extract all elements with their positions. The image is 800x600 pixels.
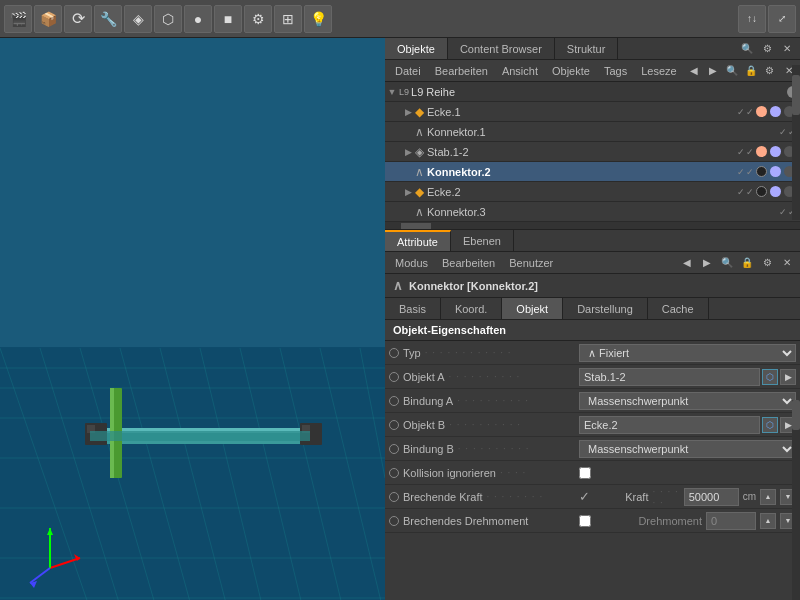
toolbar-fullscreen-icon[interactable]: ⤢ xyxy=(768,5,796,33)
nav-left-icon[interactable]: ◀ xyxy=(685,62,703,80)
obj-row-konnektor3[interactable]: ∧ Konnektor.3 ✓ ✓ xyxy=(385,202,800,222)
brechende-kraft-check: ✓ xyxy=(579,489,590,504)
drehmoment-input[interactable] xyxy=(706,512,756,530)
obj-row-konnektor1[interactable]: ∧ Konnektor.1 ✓ ✓ xyxy=(385,122,800,142)
bindung-b-select[interactable]: Massenschwerpunkt xyxy=(579,440,796,458)
search-icon[interactable]: 🔍 xyxy=(738,40,756,58)
lock-icon[interactable]: 🔒 xyxy=(742,62,760,80)
objekt-a-radio[interactable] xyxy=(389,372,399,382)
toolbar-circle-icon[interactable]: ● xyxy=(184,5,212,33)
nav-right-icon[interactable]: ▶ xyxy=(704,62,722,80)
menu-datei[interactable]: Datei xyxy=(389,63,427,79)
drehmoment-up-icon[interactable]: ▲ xyxy=(760,513,776,529)
tab-struktur[interactable]: Struktur xyxy=(555,38,619,59)
bindung-b-radio[interactable] xyxy=(389,444,399,454)
bindung-a-select[interactable]: Massenschwerpunkt xyxy=(579,392,796,410)
attr-header-title: Konnektor [Konnektor.2] xyxy=(409,280,538,292)
menu-tags[interactable]: Tags xyxy=(598,63,633,79)
objekt-a-arrow-icon[interactable]: ▶ xyxy=(780,369,796,385)
toolbar-square-icon[interactable]: ■ xyxy=(214,5,242,33)
object-list-scrollbar[interactable] xyxy=(792,65,800,220)
attr-menu-benutzer[interactable]: Benutzer xyxy=(503,255,559,271)
brechende-kraft-radio[interactable] xyxy=(389,492,399,502)
viewport-grid-svg xyxy=(0,38,385,600)
kraft-up-icon[interactable]: ▲ xyxy=(760,489,776,505)
attr-settings-icon[interactable]: ⚙ xyxy=(758,254,776,272)
tab-ebenen[interactable]: Ebenen xyxy=(451,230,514,251)
panel-top-tabs: Objekte Content Browser Struktur 🔍 ⚙ ✕ xyxy=(385,38,800,60)
ecke1-icon: ◆ xyxy=(415,105,424,119)
attr-menu-bearbeiten[interactable]: Bearbeiten xyxy=(436,255,501,271)
drehmoment-label: Drehmoment xyxy=(638,515,702,527)
typ-radio[interactable] xyxy=(389,348,399,358)
panel-close-icon[interactable]: ✕ xyxy=(778,40,796,58)
bindung-a-radio[interactable] xyxy=(389,396,399,406)
attr-menu-bar: Modus Bearbeiten Benutzer ◀ ▶ 🔍 🔒 ⚙ ✕ xyxy=(385,252,800,274)
obj-list-scroll-indicator xyxy=(385,222,800,230)
menu-ansicht[interactable]: Ansicht xyxy=(496,63,544,79)
obj-row-reihe[interactable]: ▼ L9 L9 Reihe xyxy=(385,82,800,102)
viewport-3d[interactable] xyxy=(0,38,385,600)
panel-settings-icon[interactable]: ⚙ xyxy=(758,40,776,58)
svg-rect-27 xyxy=(90,431,310,441)
toolbar-hex-icon[interactable]: ⬡ xyxy=(154,5,182,33)
obj-row-ecke2[interactable]: ▶ ◆ Ecke.2 ✓ ✓ xyxy=(385,182,800,202)
attr-nav-left-icon[interactable]: ◀ xyxy=(678,254,696,272)
subtab-basis[interactable]: Basis xyxy=(385,298,441,319)
menu-leseze[interactable]: Leseze xyxy=(635,63,682,79)
attr-row-objekt-b: Objekt B · · · · · · · · · · Ecke.2 ⬡ ▶ xyxy=(385,413,800,437)
attr-menu-modus[interactable]: Modus xyxy=(389,255,434,271)
toolbar-cube-icon[interactable]: 📦 xyxy=(34,5,62,33)
menu-objekte[interactable]: Objekte xyxy=(546,63,596,79)
drehmoment-checkbox[interactable] xyxy=(579,515,591,527)
obj-row-ecke1[interactable]: ▶ ◆ Ecke.1 ✓ ✓ xyxy=(385,102,800,122)
attr-main-tabs: Attribute Ebenen xyxy=(385,230,800,252)
toolbar-wrench-icon[interactable]: 🔧 xyxy=(94,5,122,33)
attr-row-bindung-b: Bindung B · · · · · · · · · · Massenschw… xyxy=(385,437,800,461)
attr-nav-right-icon[interactable]: ▶ xyxy=(698,254,716,272)
top-menu-bar: Datei Bearbeiten Ansicht Objekte Tags Le… xyxy=(385,60,800,82)
attr-row-typ: Typ · · · · · · · · · · · · ∧ Fixiert xyxy=(385,341,800,365)
konnektor-header-icon: ∧ xyxy=(393,278,403,293)
kollision-radio[interactable] xyxy=(389,468,399,478)
kraft-input[interactable] xyxy=(684,488,739,506)
attr-object-header: ∧ Konnektor [Konnektor.2] xyxy=(385,274,800,298)
subtab-darstellung[interactable]: Darstellung xyxy=(563,298,648,319)
toolbar-grid-icon[interactable]: ⊞ xyxy=(274,5,302,33)
attr-section-title: Objekt-Eigenschaften xyxy=(385,320,800,341)
attr-content[interactable]: Typ · · · · · · · · · · · · ∧ Fixiert xyxy=(385,341,800,600)
attr-row-bindung-a: Bindung A · · · · · · · · · · Massenschw… xyxy=(385,389,800,413)
attr-scrollbar[interactable] xyxy=(792,400,800,600)
typ-select[interactable]: ∧ Fixiert xyxy=(579,344,796,362)
toolbar-gem-icon[interactable]: ◈ xyxy=(124,5,152,33)
subtab-objekt[interactable]: Objekt xyxy=(502,298,563,319)
objekt-b-link-icon[interactable]: ⬡ xyxy=(762,417,778,433)
attr-search-icon[interactable]: 🔍 xyxy=(718,254,736,272)
toolbar-film-icon[interactable]: 🎬 xyxy=(4,5,32,33)
toolbar-gear-icon[interactable]: ⚙ xyxy=(244,5,272,33)
objekt-a-link-icon[interactable]: ⬡ xyxy=(762,369,778,385)
attr-close-icon[interactable]: ✕ xyxy=(778,254,796,272)
attr-lock2-icon[interactable]: 🔒 xyxy=(738,254,756,272)
kollision-checkbox[interactable] xyxy=(579,467,591,479)
obj-row-konnektor2[interactable]: ∧ Konnektor.2 ✓ ✓ xyxy=(385,162,800,182)
attr-row-brechende-kraft: Brechende Kraft · · · · · · · · ✓ Kraft … xyxy=(385,485,800,509)
kraft-label: Kraft xyxy=(625,491,648,503)
menu-bearbeiten[interactable]: Bearbeiten xyxy=(429,63,494,79)
toolbar-rotate-icon[interactable]: ⟳ xyxy=(64,5,92,33)
attr-row-brechendes-drehmoment: Brechendes Drehmoment Drehmoment ▲ ▼ xyxy=(385,509,800,533)
objekt-b-radio[interactable] xyxy=(389,420,399,430)
tab-content-browser[interactable]: Content Browser xyxy=(448,38,555,59)
panel2-settings-icon[interactable]: ⚙ xyxy=(761,62,779,80)
toolbar-arrow-up-icon[interactable]: ↑↓ xyxy=(738,5,766,33)
attribute-panel: Attribute Ebenen Modus Bearbeiten Benutz… xyxy=(385,230,800,600)
obj-row-stab12[interactable]: ▶ ◈ Stab.1-2 ✓ ✓ xyxy=(385,142,800,162)
subtab-cache[interactable]: Cache xyxy=(648,298,709,319)
tab-objekte[interactable]: Objekte xyxy=(385,38,448,59)
attr-row-objekt-a: Objekt A · · · · · · · · · · Stab.1-2 ⬡ … xyxy=(385,365,800,389)
tab-attribute[interactable]: Attribute xyxy=(385,230,451,251)
drehmoment-radio[interactable] xyxy=(389,516,399,526)
search2-icon[interactable]: 🔍 xyxy=(723,62,741,80)
subtab-koord[interactable]: Koord. xyxy=(441,298,502,319)
toolbar-light-icon[interactable]: 💡 xyxy=(304,5,332,33)
